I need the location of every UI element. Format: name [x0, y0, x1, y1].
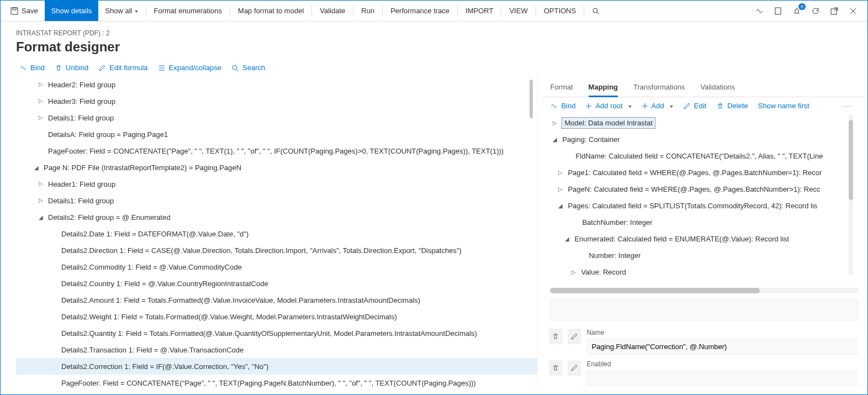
tree-node[interactable]: Details2.Quantity 1: Field = Totals.Form… — [16, 325, 537, 341]
svg-rect-0 — [11, 8, 18, 14]
show-name-first-action[interactable]: Show name first — [758, 102, 809, 110]
tab-mapping[interactable]: Mapping — [589, 78, 618, 97]
tree-node[interactable]: Details2.Direction 1: Field = CASE(@.Val… — [16, 242, 537, 259]
mapping-node[interactable]: ▷PageN: Calculated field = WHERE(@.Pages… — [546, 181, 856, 197]
caret-down-icon[interactable]: ◢ — [33, 165, 40, 171]
tree-node[interactable]: Details2.Amount 1: Field = Totals.Format… — [16, 292, 537, 308]
right-tabs: Format Mapping Transformations Validatio… — [542, 78, 863, 97]
caret-down-icon[interactable]: ◢ — [551, 136, 559, 143]
tab-validations[interactable]: Validations — [700, 78, 735, 97]
name-input[interactable] — [586, 339, 858, 355]
tree-node[interactable]: DetailsA: Field group = Paging.Page1 — [16, 126, 537, 143]
caret-right-icon[interactable]: ▷ — [37, 181, 45, 187]
mapping-tree[interactable]: ▷Model: Data model Intrastat◢Paging: Con… — [546, 114, 863, 286]
caret-down-icon[interactable]: ◢ — [563, 236, 571, 242]
office-icon[interactable] — [772, 6, 784, 17]
caret-down-icon[interactable]: ◢ — [37, 214, 45, 220]
add-root-action[interactable]: Add root — [585, 102, 631, 110]
tree-node[interactable]: ▷Header2: Field group — [16, 76, 537, 93]
options-menu[interactable]: OPTIONS — [537, 1, 583, 21]
tree-node[interactable]: Details2.Correction 1: Field = IF(@.Valu… — [16, 358, 537, 375]
caret-right-icon[interactable]: ▷ — [37, 98, 45, 104]
refresh-icon[interactable] — [810, 6, 821, 17]
tree-node[interactable]: PageFooter: Field = CONCATENATE("Page", … — [16, 143, 537, 159]
tree-node[interactable]: Details2.Weight 1: Field = Totals.Format… — [16, 308, 537, 325]
divider — [311, 6, 312, 17]
mapping-toolbar: Bind Add root Add Edit Delete Show n — [542, 97, 863, 114]
mapping-node[interactable]: Number: Integer — [546, 247, 856, 264]
add-action[interactable]: Add — [642, 102, 673, 110]
close-icon[interactable] — [848, 6, 859, 17]
horizontal-scrollbar[interactable] — [550, 288, 859, 293]
tab-format[interactable]: Format — [550, 78, 573, 97]
import-menu[interactable]: IMPORT — [459, 1, 500, 21]
tree-node[interactable]: Details2.Transaction 1: Field = @.Value.… — [16, 341, 537, 358]
tree-node[interactable]: ◢Page N: PDF File (IntrastatReportTempla… — [16, 159, 537, 176]
caret-right-icon[interactable]: ▷ — [37, 197, 45, 203]
search-button[interactable] — [585, 1, 606, 21]
node-label: Details2.Country 1: Field = @.Value.Coun… — [61, 280, 268, 288]
mapping-node[interactable]: ▷Value: Record — [546, 264, 856, 280]
edit-prop-button[interactable] — [568, 360, 581, 376]
search-action[interactable]: Search — [231, 64, 265, 72]
tree-node[interactable]: ◢Details2: Field group = @.Enumerated — [16, 209, 537, 225]
popout-icon[interactable] — [829, 6, 840, 17]
tree-node[interactable]: ▷Details1: Field group — [16, 192, 537, 209]
caret-right-icon[interactable]: ▷ — [551, 120, 559, 126]
show-all-button[interactable]: Show all — [98, 1, 144, 21]
tree-node[interactable]: PageFooter: Field = CONCATENATE("Page", … — [16, 375, 537, 391]
trash-icon — [55, 64, 62, 72]
unbind-action[interactable]: Unbind — [55, 64, 88, 72]
format-enumerations-button[interactable]: Format enumerations — [147, 1, 229, 21]
mapping-node[interactable]: ◢Pages: Calculated field = SPLITLIST(Tot… — [546, 197, 856, 214]
delete-prop-button[interactable] — [549, 360, 562, 376]
properties-section: Name Enabled — [546, 325, 863, 386]
vertical-scrollbar[interactable] — [849, 114, 853, 275]
tree-node[interactable]: Details2.Date 1: Field = DATEFORMAT(@.Va… — [16, 225, 537, 242]
show-details-label: Show details — [51, 7, 92, 15]
show-details-button[interactable]: Show details — [45, 1, 99, 21]
tree-node[interactable]: Details2.Country 1: Field = @.Value.Coun… — [16, 275, 537, 292]
caret-right-icon[interactable]: ▷ — [37, 81, 45, 87]
map-format-button[interactable]: Map format to model — [231, 1, 310, 21]
mapping-node[interactable]: ◢Paging: Container — [546, 131, 856, 148]
caret-right-icon[interactable]: ▷ — [557, 186, 564, 192]
scrollbar-thumb[interactable] — [849, 120, 853, 200]
caret-right-icon[interactable]: ▷ — [557, 170, 564, 176]
format-tree[interactable]: ▷Header2: Field group▷Header3: Field gro… — [16, 76, 537, 391]
mapping-node[interactable]: ◢Enumerated: Calculated field = ENUMERAT… — [546, 230, 856, 247]
tab-transformations[interactable]: Transformations — [633, 78, 685, 97]
run-button[interactable]: Run — [354, 1, 381, 21]
edit-prop-button[interactable] — [568, 329, 581, 344]
expand-collapse-action[interactable]: Expand/collapse — [158, 64, 221, 72]
more-icon[interactable]: ··· — [843, 102, 855, 110]
scrollbar-thumb[interactable] — [530, 80, 533, 118]
mapping-node[interactable]: ▷Model: Data model Intrastat — [546, 114, 856, 131]
node-label: Details2.Quantity 1: Field = Totals.Form… — [61, 329, 477, 338]
mapping-node[interactable]: BatchNumber: Integer — [546, 214, 856, 230]
delete-prop-button[interactable] — [549, 329, 562, 344]
view-menu[interactable]: VIEW — [502, 1, 534, 21]
scrollbar-thumb[interactable] — [550, 288, 760, 293]
caret-right-icon[interactable]: ▷ — [570, 269, 578, 275]
link-icon — [550, 102, 558, 110]
caret-down-icon[interactable]: ◢ — [557, 203, 564, 209]
mapping-bind-action[interactable]: Bind — [550, 102, 575, 110]
caret-right-icon[interactable]: ▷ — [37, 114, 45, 120]
enabled-input[interactable] — [586, 370, 858, 386]
edit-action[interactable]: Edit — [683, 102, 706, 110]
delete-action[interactable]: Delete — [716, 102, 748, 110]
save-button[interactable]: Save — [4, 1, 45, 21]
tree-node[interactable]: ▷Header1: Field group — [16, 176, 537, 192]
tree-node[interactable]: ▷Details1: Field group — [16, 109, 537, 126]
tree-node[interactable]: Details2.Commodity 1: Field = @.Value.Co… — [16, 259, 537, 275]
mapping-node[interactable]: FldName: Calculated field = CONCATENATE(… — [546, 148, 856, 164]
edit-formula-action[interactable]: Edit formula — [98, 64, 147, 72]
validate-button[interactable]: Validate — [313, 1, 352, 21]
performance-trace-button[interactable]: Performance trace — [384, 1, 456, 21]
tree-node[interactable]: ▷Header3: Field group — [16, 93, 537, 109]
bind-action[interactable]: Bind — [19, 64, 45, 72]
link-icon[interactable] — [754, 6, 765, 17]
mapping-node[interactable]: ▷Page1: Calculated field = WHERE(@.Pages… — [546, 164, 856, 181]
notification-icon[interactable]: 0 — [791, 6, 802, 17]
